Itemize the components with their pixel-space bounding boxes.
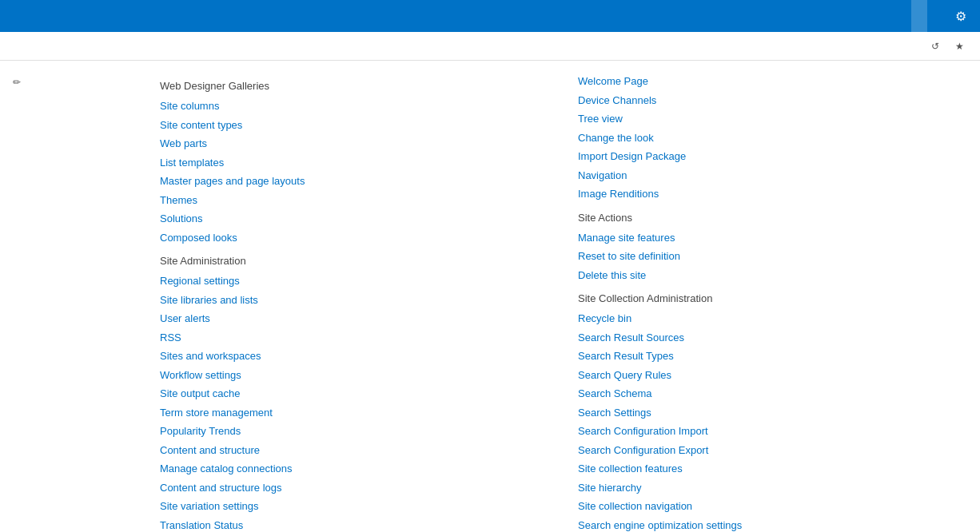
left-link-0-6[interactable]: Solutions bbox=[160, 209, 546, 228]
left-link-1-4[interactable]: Sites and workspaces bbox=[160, 347, 546, 366]
sidebar-item-site-contents[interactable] bbox=[13, 94, 131, 97]
right-link-1-0[interactable]: Manage site features bbox=[578, 228, 964, 248]
right-link-2-10[interactable]: Site collection navigation bbox=[578, 497, 964, 516]
section-header-1: Site Administration bbox=[160, 255, 546, 267]
right-link-2-9[interactable]: Site hierarchy bbox=[578, 478, 964, 498]
right-link-0-1[interactable]: Device Channels bbox=[578, 91, 964, 110]
left-link-0-7[interactable]: Composed looks bbox=[160, 228, 546, 248]
follow-icon: ★ bbox=[955, 41, 964, 52]
left-link-1-11[interactable]: Content and structure logs bbox=[160, 478, 546, 498]
left-link-1-12[interactable]: Site variation settings bbox=[160, 497, 546, 516]
left-link-0-3[interactable]: List templates bbox=[160, 153, 546, 173]
top-navigation: ⚙ bbox=[873, 0, 972, 32]
nav-newsfeed[interactable] bbox=[873, 0, 889, 32]
share-button[interactable]: ↺ bbox=[931, 41, 942, 52]
sidebar: ✏ bbox=[0, 69, 144, 532]
left-link-1-7[interactable]: Term store management bbox=[160, 403, 546, 423]
left-link-1-8[interactable]: Popularity Trends bbox=[160, 422, 546, 441]
nav-onedrive[interactable] bbox=[892, 0, 908, 32]
topbar: ⚙ bbox=[0, 0, 980, 32]
right-link-2-6[interactable]: Search Configuration Import bbox=[578, 422, 964, 441]
right-section-header-1: Site Actions bbox=[578, 212, 964, 224]
left-link-1-1[interactable]: Site libraries and lists bbox=[160, 291, 546, 310]
left-link-1-9[interactable]: Content and structure bbox=[160, 441, 546, 460]
right-link-0-6[interactable]: Image Renditions bbox=[578, 185, 964, 204]
follow-button[interactable]: ★ bbox=[955, 41, 967, 52]
edit-links-button[interactable]: ✏ bbox=[13, 77, 131, 88]
right-link-1-2[interactable]: Delete this site bbox=[578, 266, 964, 285]
right-link-2-8[interactable]: Site collection features bbox=[578, 459, 964, 478]
left-link-0-2[interactable]: Web parts bbox=[160, 134, 546, 153]
subheader: ↺ ★ bbox=[0, 32, 980, 61]
right-link-0-3[interactable]: Change the look bbox=[578, 129, 964, 148]
left-link-0-5[interactable]: Themes bbox=[160, 191, 546, 210]
right-link-2-1[interactable]: Search Result Sources bbox=[578, 328, 964, 347]
left-link-1-10[interactable]: Manage catalog connections bbox=[160, 459, 546, 478]
content-area: Web Designer GalleriesSite columnsSite c… bbox=[144, 69, 980, 532]
left-link-1-3[interactable]: RSS bbox=[160, 328, 546, 347]
right-link-2-7[interactable]: Search Configuration Export bbox=[578, 441, 964, 460]
settings-icon[interactable]: ⚙ bbox=[950, 0, 972, 32]
right-link-0-0[interactable]: Welcome Page bbox=[578, 72, 964, 91]
left-link-1-13[interactable]: Translation Status bbox=[160, 516, 546, 533]
left-link-0-4[interactable]: Master pages and page layouts bbox=[160, 172, 546, 191]
section-header-0: Web Designer Galleries bbox=[160, 80, 546, 92]
right-link-1-1[interactable]: Reset to site definition bbox=[578, 247, 964, 266]
right-column: Welcome PageDevice ChannelsTree viewChan… bbox=[562, 69, 980, 532]
right-section-header-2: Site Collection Administration bbox=[578, 292, 964, 304]
right-link-0-4[interactable]: Import Design Package bbox=[578, 147, 964, 166]
left-link-0-1[interactable]: Site content types bbox=[160, 116, 546, 135]
right-link-2-2[interactable]: Search Result Types bbox=[578, 347, 964, 366]
right-link-2-3[interactable]: Search Query Rules bbox=[578, 366, 964, 385]
right-link-2-4[interactable]: Search Schema bbox=[578, 384, 964, 403]
right-link-2-5[interactable]: Search Settings bbox=[578, 403, 964, 423]
left-column: Web Designer GalleriesSite columnsSite c… bbox=[144, 69, 562, 532]
right-link-2-11[interactable]: Search engine optimization settings bbox=[578, 516, 964, 533]
pencil-icon: ✏ bbox=[13, 77, 21, 88]
right-link-0-5[interactable]: Navigation bbox=[578, 166, 964, 185]
nav-sites[interactable] bbox=[911, 0, 927, 32]
left-link-1-0[interactable]: Regional settings bbox=[160, 272, 546, 291]
right-link-2-0[interactable]: Recycle bin bbox=[578, 309, 964, 328]
right-link-0-2[interactable]: Tree view bbox=[578, 109, 964, 129]
left-link-1-6[interactable]: Site output cache bbox=[160, 384, 546, 403]
left-link-1-2[interactable]: User alerts bbox=[160, 309, 546, 328]
left-link-0-0[interactable]: Site columns bbox=[160, 97, 546, 116]
main-content: ✏ Web Designer GalleriesSite columnsSite… bbox=[0, 61, 980, 532]
left-link-1-5[interactable]: Workflow settings bbox=[160, 366, 546, 385]
share-icon: ↺ bbox=[931, 41, 939, 52]
